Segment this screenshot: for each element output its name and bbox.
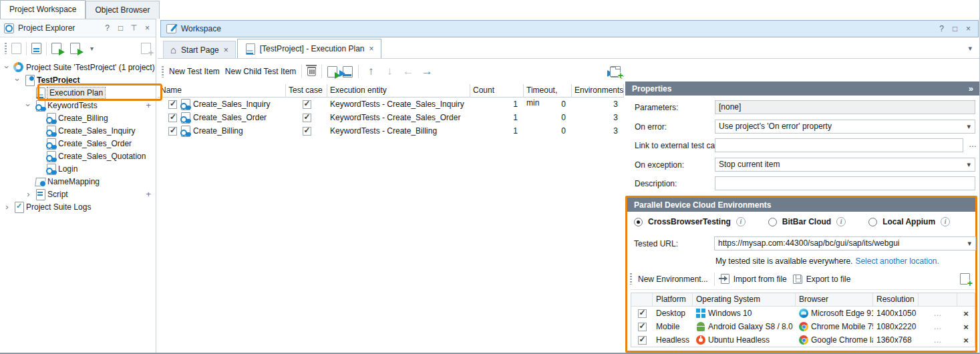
- expand-icon[interactable]: ›: [24, 190, 33, 198]
- close-tab-icon[interactable]: ×: [369, 44, 374, 53]
- column-header-execution-entity[interactable]: Execution entity: [327, 84, 470, 98]
- tree-item-script[interactable]: ›Script+: [0, 188, 156, 200]
- edit-environment-button[interactable]: …: [934, 335, 943, 345]
- info-icon[interactable]: [941, 217, 950, 226]
- organize-tests-button[interactable]: [31, 43, 41, 54]
- info-icon[interactable]: [836, 217, 846, 226]
- export-to-file-button[interactable]: Export to file: [793, 275, 851, 284]
- select-location-link[interactable]: Select another location.: [855, 256, 939, 266]
- test-case-checkbox[interactable]: [303, 127, 311, 136]
- add-existing-project-button[interactable]: [141, 43, 151, 54]
- column-header-timeout-min[interactable]: Timeout, min: [524, 84, 572, 98]
- remove-environment-button[interactable]: ×: [963, 322, 969, 332]
- run-selected-item-button[interactable]: [327, 66, 337, 77]
- help-button-icon[interactable]: ?: [103, 23, 112, 33]
- tree-item-create-sales-order[interactable]: ›Create_Sales_Order: [0, 137, 156, 150]
- test-item-row-create-billing[interactable]: Create_BillingKeywordTests - Create_Bill…: [158, 124, 624, 138]
- env-enabled-checkbox[interactable]: [638, 323, 647, 331]
- float-button-icon[interactable]: □: [116, 23, 125, 33]
- edit-environment-button[interactable]: …: [934, 322, 943, 331]
- provider-option-local-appium[interactable]: Local Appium: [868, 217, 950, 226]
- remove-environment-button[interactable]: ×: [963, 335, 969, 345]
- parameters-field[interactable]: [none]: [715, 100, 975, 114]
- collapse-icon[interactable]: ›: [3, 63, 11, 71]
- tree-item-create-billing[interactable]: ›Create_Billing: [0, 112, 156, 124]
- new-test-item-button[interactable]: New Test Item: [169, 67, 220, 76]
- tree-item-testproject[interactable]: ›TestProject: [0, 73, 156, 86]
- collapse-panel-icon[interactable]: »: [969, 83, 973, 94]
- close-tab-icon[interactable]: ×: [224, 45, 228, 55]
- run-options-dropdown-icon[interactable]: ▾: [90, 45, 94, 52]
- close-button-icon[interactable]: ×: [964, 24, 973, 33]
- info-icon[interactable]: [736, 217, 746, 226]
- tab-object-browser[interactable]: Object Browser: [86, 1, 159, 19]
- test-case-checkbox[interactable]: [303, 114, 311, 122]
- pin-button-icon[interactable]: ⊤: [130, 23, 138, 33]
- environment-row-desktop[interactable]: DesktopWindows 10Microsoft Edge 911400x1…: [631, 307, 975, 320]
- on-exception-field[interactable]: Stop current item: [715, 158, 975, 172]
- float-button-icon[interactable]: □: [951, 24, 959, 33]
- test-item-row-create-sales-inquiry[interactable]: Create_Sales_InquiryKeywordTests - Creat…: [158, 98, 624, 111]
- expand-icon[interactable]: ›: [3, 202, 11, 211]
- add-child-icon[interactable]: +: [146, 100, 151, 110]
- tab-list-dropdown-icon[interactable]: ▾: [968, 44, 980, 53]
- description-field[interactable]: [715, 176, 975, 190]
- tree-item-project-suite-testproject-1-project[interactable]: ›Project Suite 'TestProject' (1 project): [0, 61, 156, 73]
- on-error-field[interactable]: Use project's 'On error' property: [715, 120, 975, 134]
- collapse-icon[interactable]: ›: [24, 101, 33, 110]
- go-to-test-button[interactable]: [343, 66, 353, 77]
- toolbar-grip[interactable]: [630, 273, 632, 285]
- enabled-checkbox[interactable]: [168, 127, 177, 136]
- column-header-environments[interactable]: Environments: [572, 84, 624, 98]
- tree-item-login[interactable]: ›Login: [0, 162, 156, 175]
- tree-item-keywordtests[interactable]: ›KeywordTests+: [0, 99, 156, 112]
- move-down-button[interactable]: ↓: [383, 65, 396, 78]
- open-project-button[interactable]: [11, 43, 21, 54]
- tree-item-namemapping[interactable]: ›NameMapping: [0, 175, 156, 188]
- toolbar-grip[interactable]: [162, 66, 164, 77]
- column-header-name[interactable]: Name: [158, 84, 286, 98]
- test-item-row-create-sales-order[interactable]: Create_Sales_OrderKeywordTests - Create_…: [158, 111, 624, 124]
- move-into-group-button[interactable]: [610, 69, 621, 77]
- move-up-button[interactable]: ↑: [364, 65, 377, 78]
- env-enabled-checkbox[interactable]: [638, 309, 647, 318]
- test-case-checkbox[interactable]: [303, 100, 311, 109]
- remove-environment-button[interactable]: ×: [963, 309, 969, 319]
- run-project-button[interactable]: [51, 43, 61, 54]
- provider-option-bitbar-cloud[interactable]: BitBar Cloud: [768, 217, 846, 226]
- edit-environment-button[interactable]: …: [934, 309, 943, 318]
- radio-icon[interactable]: [768, 218, 777, 226]
- enabled-checkbox[interactable]: [168, 114, 177, 122]
- tree-item-execution-plan[interactable]: ›Execution Plan: [0, 86, 156, 99]
- indent-item-button[interactable]: →: [420, 65, 434, 78]
- radio-icon[interactable]: [868, 218, 877, 226]
- environment-row-headless[interactable]: HeadlessUbuntu HeadlessGoogle Chrome lat…: [631, 333, 975, 347]
- collapse-icon[interactable]: ›: [13, 75, 22, 84]
- column-header-test-case[interactable]: Test case: [286, 84, 327, 98]
- delete-item-button[interactable]: [307, 67, 316, 76]
- enabled-checkbox[interactable]: [168, 100, 177, 109]
- tree-item-create-sales-inquiry[interactable]: ›Create_Sales_Inquiry: [0, 124, 156, 137]
- close-button-icon[interactable]: ×: [143, 23, 152, 33]
- import-from-file-button[interactable]: Import from file: [721, 274, 787, 284]
- tab-project-workspace[interactable]: Project Workspace: [0, 0, 86, 19]
- provider-option-crossbrowsertesting[interactable]: CrossBrowserTesting: [634, 217, 746, 226]
- browse-ellipsis-button[interactable]: …: [969, 140, 977, 149]
- env-enabled-checkbox[interactable]: [638, 336, 647, 345]
- tested-url-combobox[interactable]: https://mysap.com:44300/sap/bc/gui/sap/i…: [714, 236, 976, 250]
- doc-tab-start-page[interactable]: ⌂Start Page×: [163, 41, 236, 58]
- help-button-icon[interactable]: ?: [937, 24, 946, 33]
- column-header-count[interactable]: Count: [470, 84, 524, 98]
- environment-row-mobile[interactable]: MobileAndroid Galaxy S8 / 8.0Chrome Mobi…: [631, 320, 975, 333]
- new-child-test-item-button[interactable]: New Child Test Item: [225, 67, 296, 76]
- tree-item-create-sales-quotation[interactable]: ›Create_Sales_Quotation: [0, 150, 156, 162]
- outdent-item-button[interactable]: ←: [401, 65, 415, 78]
- new-environment-button[interactable]: New Environment...: [638, 275, 708, 284]
- radio-selected-icon[interactable]: [634, 218, 643, 226]
- doc-tab-testproject-execution-plan[interactable]: [TestProject] - Execution Plan×: [237, 39, 381, 58]
- add-child-icon[interactable]: +: [146, 189, 151, 199]
- toolbar-grip[interactable]: [5, 43, 7, 54]
- run-project-suite-button[interactable]: [70, 43, 80, 54]
- link-to-external-test-case-field[interactable]: [715, 138, 963, 152]
- tree-item-project-suite-logs[interactable]: ›Project Suite Logs: [0, 200, 156, 213]
